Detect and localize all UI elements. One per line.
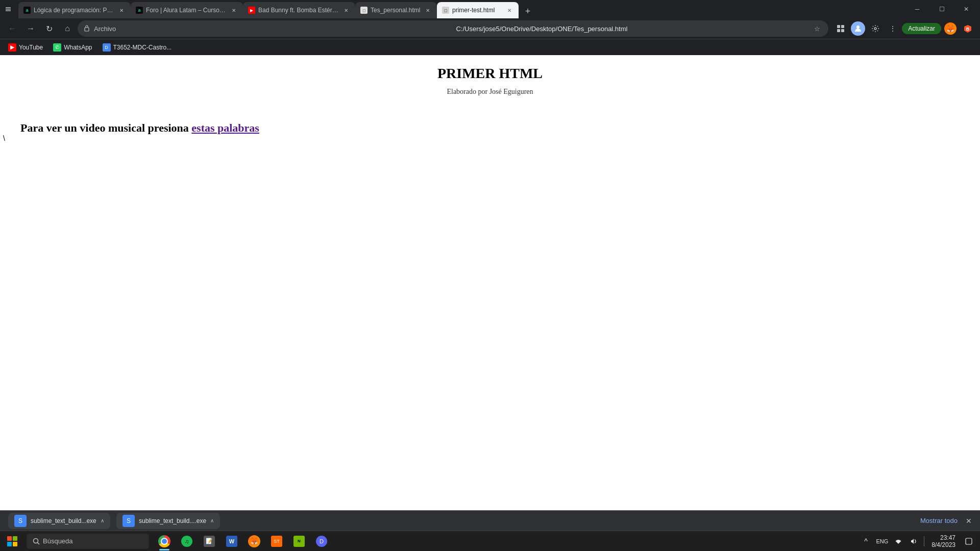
address-url: C:/Users/jose5/OneDrive/Desktop/ONE/Tes_… [456,25,808,33]
browser-tab-2[interactable]: a Foro | Alura Latam – Cursos onlin... ✕ [131,2,243,18]
taskbar-search[interactable]: Búsqueda [27,534,149,549]
tab-favicon-2: a [136,7,143,14]
svg-rect-2 [841,25,844,28]
menu-button[interactable]: ⋮ [885,20,901,37]
notepad-icon: 📝 [204,536,215,547]
address-actions: ☆ [812,23,822,34]
taskbar-sublime[interactable]: ST [265,531,288,552]
taskbar-right: ^ ENG 23:47 8/4/2023 [859,534,980,548]
address-bar[interactable]: Archivo C:/Users/jose5/OneDrive/Desktop/… [78,20,828,37]
svg-point-6 [874,28,876,30]
tab-favicon-5: ◻ [442,7,449,14]
bookmark-whatsapp-label: WhatsApp [64,44,92,51]
tab-close-5[interactable]: ✕ [505,6,513,14]
firefox-icon: 🦊 [248,535,260,547]
chevron-up-icon[interactable]: ^ [859,534,873,548]
video-text-paragraph: Para ver un video musical presiona estas… [20,121,960,135]
page-content: \ PRIMER HTML Elaborado por José Eguigur… [0,55,980,531]
tab-close-2[interactable]: ✕ [230,6,238,14]
close-download-bar-button[interactable]: ✕ [966,517,972,525]
spotify-icon: ♫ [181,536,192,547]
profile-avatar [851,21,865,36]
taskbar-nvidia[interactable]: N [288,531,310,552]
download-name-2: sublime_text_build....exe [139,517,206,524]
maximize-button[interactable]: ☐ [930,1,953,17]
windows-logo [7,536,17,546]
tab-favicon-3: ▶ [248,7,255,14]
minimize-button[interactable]: ─ [905,1,929,17]
nvidia-icon: N [293,536,305,547]
home-button[interactable]: ⌂ [59,20,76,37]
bookmark-youtube-label: YouTube [19,44,43,51]
browser-tab-1[interactable]: a Lógica de programación: Primer... ✕ [18,2,131,18]
svg-rect-11 [966,538,972,544]
bookmark-doc[interactable]: D T3652-MDC-Castro... [99,41,176,54]
taskbar-firefox[interactable]: 🦊 [243,531,265,552]
cursor-mark: \ [3,134,5,142]
tab-list-button[interactable] [0,1,16,17]
taskbar-word[interactable]: W [220,531,243,552]
forward-button[interactable]: → [22,20,39,37]
volume-icon[interactable] [906,534,921,548]
taskbar-time: 23:47 [932,534,955,541]
address-lock-icon [84,24,90,33]
taskbar-search-label: Búsqueda [43,537,73,545]
tab-close-4[interactable]: ✕ [424,6,432,14]
taskbar-clock[interactable]: 23:47 8/4/2023 [927,534,960,548]
profile-button[interactable] [850,20,866,37]
taskbar-date: 8/4/2023 [932,541,955,548]
extensions-button[interactable] [832,20,849,37]
taskbar-divider [924,536,924,546]
video-link[interactable]: estas palabras [191,121,259,134]
browser-tab-5[interactable]: ◻ primer-test.html ✕ [437,2,519,18]
close-window-button[interactable]: ✕ [954,1,978,17]
video-text-static: Para ver un video musical presiona [20,121,191,134]
download-name-1: sublime_text_build...exe [31,517,96,524]
sublime-icon: ST [271,536,282,547]
tab-close-3[interactable]: ✕ [342,6,350,14]
youtube-favicon: ▶ [8,43,16,52]
taskbar-notepad[interactable]: 📝 [198,531,220,552]
start-button[interactable] [0,531,24,552]
refresh-button[interactable]: ↻ [41,20,57,37]
new-tab-button[interactable]: + [521,4,535,18]
download-file-icon-1: S [14,515,27,527]
language-indicator[interactable]: ENG [874,538,890,544]
page-body: Para ver un video musical presiona estas… [0,101,980,145]
download-item-1[interactable]: S sublime_text_build...exe ∧ [8,513,110,529]
bookmark-doc-label: T3652-MDC-Castro... [113,44,172,51]
address-separator [450,25,452,33]
tab-title-4: Tes_personal.html [371,7,421,14]
settings-button[interactable] [867,20,884,37]
browser-tab-4[interactable]: ◻ Tes_personal.html ✕ [355,2,437,18]
bookmark-page-icon[interactable]: ☆ [812,23,822,34]
download-bar: S sublime_text_build...exe ∧ S sublime_t… [0,510,980,531]
bookmark-whatsapp[interactable]: ✆ WhatsApp [49,41,96,54]
show-all-downloads-button[interactable]: Mostrar todo [920,517,958,524]
title-bar: a Lógica de programación: Primer... ✕ a … [0,0,980,18]
taskbar-chrome[interactable] [153,531,176,552]
notification-button[interactable] [962,534,976,548]
svg-point-9 [34,538,38,543]
word-icon: W [226,536,237,547]
network-icon[interactable] [891,534,905,548]
browser-tab-3[interactable]: ▶ Bad Bunny ft. Bomba Estéreo – C... ✕ [243,2,355,18]
update-button[interactable]: Actualizar [902,23,941,34]
firefox-ext-icon[interactable]: 🦊 [942,20,959,37]
taskbar-spotify[interactable]: ♫ [176,531,198,552]
notification-area: ^ ENG [859,534,921,548]
doc-favicon: D [103,43,111,52]
taskbar-discord[interactable]: D [310,531,333,552]
brave-ext-icon[interactable]: B [960,20,976,37]
download-item-2[interactable]: S sublime_text_build....exe ∧ [116,513,220,529]
bookmark-youtube[interactable]: ▶ YouTube [4,41,47,54]
tab-close-1[interactable]: ✕ [117,6,126,14]
download-chevron-2[interactable]: ∧ [210,518,214,523]
svg-point-5 [856,26,860,29]
svg-rect-0 [85,28,89,31]
nav-bar: ← → ↻ ⌂ Archivo C:/Users/jose5/OneDrive/… [0,18,980,39]
back-button[interactable]: ← [4,20,20,37]
download-chevron-1[interactable]: ∧ [101,518,104,523]
address-protocol: Archivo [94,25,446,33]
whatsapp-favicon: ✆ [53,43,61,52]
